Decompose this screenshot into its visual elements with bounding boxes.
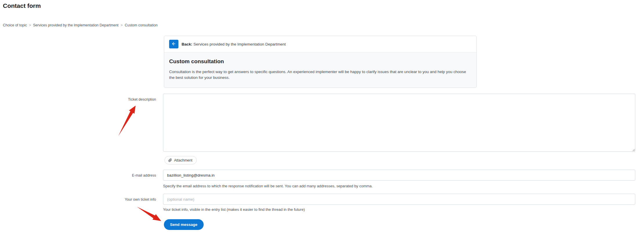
- ticket-description-label: Ticket description: [0, 97, 156, 101]
- email-help-text: Specify the email address to which the r…: [163, 184, 373, 188]
- email-field[interactable]: [163, 170, 635, 181]
- topic-title: Custom consultation: [169, 58, 471, 65]
- attachment-button[interactable]: Attachment: [164, 156, 197, 164]
- topic-description: Consultation is the perfect way to get a…: [169, 69, 471, 81]
- paperclip-icon: [168, 158, 172, 162]
- red-arrow-ticket-description: [118, 106, 135, 136]
- breadcrumb-separator: >: [121, 23, 123, 27]
- ticket-info-field[interactable]: [163, 194, 635, 205]
- breadcrumb-item-choice-of-topic[interactable]: Choice of topic: [3, 23, 27, 27]
- arrow-left-icon: [171, 41, 176, 47]
- back-label: Back:: [182, 42, 192, 46]
- back-text: Back:Services provided by the Implementa…: [182, 42, 286, 46]
- email-label: E-mail address: [0, 173, 156, 177]
- attachment-button-label: Attachment: [174, 158, 192, 162]
- back-button[interactable]: [169, 40, 178, 48]
- ticket-info-label: Your own ticket info: [0, 197, 156, 202]
- breadcrumb-item-services[interactable]: Services provided by the Implementation …: [33, 23, 119, 27]
- breadcrumb-item-custom-consultation: Custom consultation: [125, 23, 158, 27]
- back-row: Back:Services provided by the Implementa…: [164, 36, 476, 52]
- red-arrow-send-message: [137, 207, 161, 221]
- breadcrumb: Choice of topic > Services provided by t…: [3, 23, 158, 27]
- breadcrumb-separator: >: [29, 23, 31, 27]
- topic-card-body: Custom consultation Consultation is the …: [164, 52, 476, 88]
- send-message-button[interactable]: Send message: [164, 219, 204, 230]
- topic-card: Back:Services provided by the Implementa…: [164, 36, 477, 88]
- ticket-info-help-text: Your ticket info, visible in the entry l…: [163, 207, 305, 212]
- page-title: Contact form: [3, 2, 41, 9]
- back-target: Services provided by the Implementation …: [193, 42, 286, 46]
- ticket-description-textarea[interactable]: [163, 94, 635, 152]
